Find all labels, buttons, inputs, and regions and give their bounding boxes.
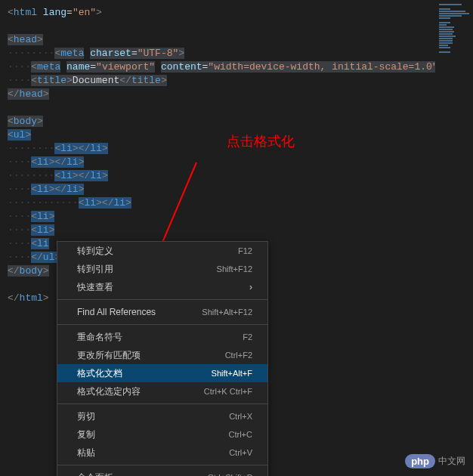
menu-label: 重命名符号 — [77, 331, 122, 344]
code-line[interactable]: ····<meta name="viewport" content="width… — [8, 60, 465, 74]
menu-label: 更改所有匹配项 — [77, 349, 141, 362]
menu-shortcut: F12 — [238, 246, 252, 255]
menu-cut[interactable]: 剪切 Ctrl+X — [57, 407, 267, 425]
menu-shortcut: Ctrl+Shift+P — [208, 473, 252, 476]
menu-command-palette[interactable]: 命令面板... Ctrl+Shift+P — [57, 468, 267, 476]
menu-copy[interactable]: 复制 Ctrl+C — [57, 425, 267, 444]
menu-label: 格式化文档 — [77, 367, 122, 380]
menu-peek[interactable]: 快速查看 › — [57, 278, 267, 296]
minimap[interactable] — [435, 0, 473, 476]
menu-label: 转到定义 — [77, 245, 113, 258]
code-line[interactable]: <html lang="en"> — [8, 6, 465, 20]
php-badge-icon: php — [405, 454, 435, 468]
menu-label: 命令面板... — [77, 471, 121, 477]
menu-shortcut: Ctrl+C — [229, 430, 252, 439]
minimap-content — [439, 4, 469, 54]
menu-goto-reference[interactable]: 转到引用 Shift+F12 — [57, 260, 267, 278]
code-line — [8, 20, 465, 33]
menu-label: 剪切 — [77, 410, 95, 423]
code-line[interactable]: </head> — [8, 88, 465, 101]
menu-shortcut: Shift+Alt+F12 — [202, 308, 252, 317]
chevron-right-icon: › — [249, 282, 252, 292]
annotation-label: 点击格式化 — [227, 132, 295, 150]
code-line[interactable]: ····<li></li> — [8, 156, 465, 169]
menu-find-all-references[interactable]: Find All References Shift+Alt+F12 — [57, 303, 267, 321]
code-line[interactable]: ····<li> — [8, 224, 465, 237]
menu-paste[interactable]: 粘贴 Ctrl+V — [57, 444, 267, 462]
menu-goto-definition[interactable]: 转到定义 F12 — [57, 242, 267, 260]
menu-shortcut: F2 — [243, 332, 252, 342]
menu-shortcut: Ctrl+K Ctrl+F — [204, 387, 252, 396]
code-line[interactable]: ············<li></li> — [8, 196, 465, 210]
menu-format-selection[interactable]: 格式化选定内容 Ctrl+K Ctrl+F — [57, 382, 267, 400]
code-line[interactable]: ····<title>Document</title> — [8, 74, 465, 88]
code-line[interactable]: ········<meta charset="UTF-8"> — [8, 47, 465, 60]
code-line — [8, 101, 465, 115]
menu-change-all-occurrences[interactable]: 更改所有匹配项 Ctrl+F2 — [57, 346, 267, 364]
code-line[interactable]: <body> — [8, 115, 465, 128]
watermark: php 中文网 — [405, 454, 465, 468]
menu-shortcut: Ctrl+X — [229, 412, 252, 421]
menu-label: 快速查看 — [77, 281, 113, 294]
menu-separator — [57, 324, 267, 325]
menu-label: 粘贴 — [77, 447, 95, 459]
code-line[interactable]: ········<li></li> — [8, 169, 465, 183]
code-line[interactable]: ····<li> — [8, 210, 465, 224]
menu-separator — [57, 403, 267, 404]
code-line[interactable]: ····<li></li> — [8, 183, 465, 196]
menu-label: 格式化选定内容 — [77, 385, 141, 398]
menu-separator — [57, 465, 267, 465]
menu-shortcut: Shift+Alt+F — [212, 369, 252, 378]
code-line[interactable]: <head> — [8, 33, 465, 47]
menu-label: Find All References — [77, 307, 156, 317]
menu-separator — [57, 299, 267, 300]
menu-label: 复制 — [77, 428, 95, 441]
watermark-text: 中文网 — [438, 455, 465, 468]
context-menu: 转到定义 F12 转到引用 Shift+F12 快速查看 › Find All … — [57, 241, 268, 476]
menu-shortcut: Shift+F12 — [217, 264, 252, 274]
menu-shortcut: Ctrl+F2 — [225, 351, 252, 360]
menu-rename-symbol[interactable]: 重命名符号 F2 — [57, 328, 267, 346]
menu-label: 转到引用 — [77, 263, 113, 276]
menu-shortcut: Ctrl+V — [229, 448, 252, 457]
menu-format-document[interactable]: 格式化文档 Shift+Alt+F — [57, 364, 267, 382]
